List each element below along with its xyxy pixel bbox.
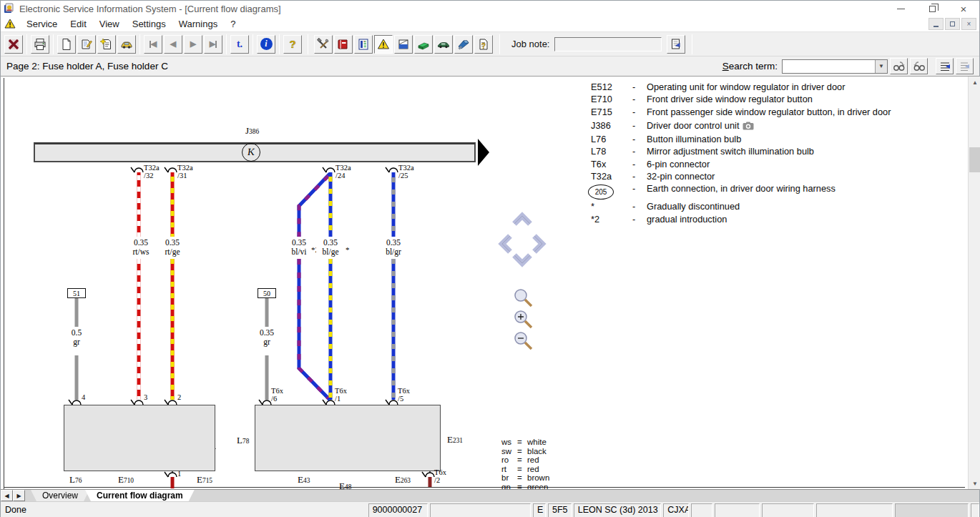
mdi-minimize-button[interactable] [928, 18, 944, 30]
new-document-button[interactable] [57, 35, 76, 54]
tab-bar: ◀ ▶ Overview Current flow diagram [1, 489, 979, 501]
tab-current-flow-diagram[interactable]: Current flow diagram [85, 490, 195, 501]
scroll-up-icon: ▲ [972, 79, 978, 86]
query-document-button[interactable]: ? [474, 35, 493, 54]
next-page-button[interactable]: ▶ [184, 35, 202, 54]
binoculars-up-icon [913, 61, 926, 72]
search-previous-button[interactable] [910, 58, 928, 74]
mdi-restore-icon [950, 21, 955, 26]
edit-document-button[interactable] [77, 35, 96, 54]
legend-row: L76-Button illumination bulb [591, 134, 909, 146]
scroll-up-button[interactable]: ▲ [969, 77, 980, 88]
menu-help[interactable]: ? [224, 17, 242, 31]
toolbar-separator [279, 34, 280, 54]
info-icon: i [260, 38, 273, 50]
goto-hitlist-button[interactable] [936, 58, 954, 74]
tab-scroll-left-button[interactable]: ◀ [1, 490, 13, 501]
component-label-l78: L78 [237, 435, 249, 446]
component-box-door-switches [64, 405, 215, 471]
menu-settings[interactable]: Settings [126, 17, 172, 31]
wire-label: 0.35rt/ge [158, 238, 187, 256]
close-button[interactable]: × [948, 1, 979, 16]
legend-row: *2-gradual introduction [591, 214, 909, 226]
restore-icon [929, 6, 936, 12]
combo-dropdown-button[interactable]: ▼ [875, 60, 887, 73]
job-note-input[interactable] [554, 37, 662, 51]
earth-connection-symbol: 205 [588, 184, 614, 200]
pin-label: T32a/24 [335, 164, 351, 179]
menu-view[interactable]: View [93, 17, 126, 31]
info-button[interactable]: i [257, 35, 275, 54]
diagram-canvas[interactable]: J386 K [1, 77, 965, 489]
component-legend: E512-Operating unit for window regulator… [591, 82, 909, 226]
legend-row: T32a-32-pin connector [591, 171, 909, 183]
close-icon: × [961, 3, 967, 15]
mdi-restore-button[interactable] [945, 18, 960, 30]
print-button[interactable] [31, 35, 49, 54]
manual-button[interactable] [334, 35, 353, 54]
legend-row: E512-Operating unit for window regulator… [591, 82, 909, 94]
exit-button[interactable] [4, 35, 23, 54]
mdi-close-button[interactable]: × [961, 18, 976, 30]
legend-row: T6x-6-pin connector [591, 159, 909, 171]
camera-icon[interactable] [743, 122, 754, 132]
scrollbar-thumb[interactable] [969, 147, 980, 172]
green-book-icon [417, 38, 430, 51]
diagram-viewport: J386 K [1, 77, 980, 489]
scroll-down-icon: ▼ [972, 481, 978, 487]
vehicle-data-button[interactable] [434, 35, 453, 54]
component-label-e43: E43 [298, 474, 310, 486]
new-note-icon [100, 38, 113, 51]
warning-triangle-icon [377, 38, 390, 51]
tab-scroll-right-button[interactable]: ▶ [13, 490, 25, 501]
toolbar: ◀ ◀ ▶ ▶ t. i ? [1, 32, 979, 56]
vertical-scrollbar[interactable]: ▲ ▼ [968, 77, 980, 489]
toolbar-separator [53, 34, 54, 54]
document-list-button[interactable] [354, 35, 373, 54]
first-page-button[interactable]: ◀ [144, 35, 162, 54]
terms-button[interactable]: t. [230, 35, 249, 54]
minimize-button[interactable] [885, 1, 916, 16]
previous-page-button[interactable]: ◀ [164, 35, 182, 54]
pin-label: T6x/5 [398, 387, 410, 403]
document-warning-icon [4, 19, 16, 29]
tab-overview[interactable]: Overview [31, 490, 89, 501]
goto-next-hit-button[interactable] [956, 58, 974, 74]
search-term-input[interactable] [783, 60, 875, 73]
pin-label: T6x/2 [434, 468, 446, 484]
help-button[interactable]: ? [283, 35, 302, 54]
menu-warnings[interactable]: Warnings [172, 17, 224, 31]
restore-button[interactable] [916, 1, 948, 16]
status-engine-code: E [533, 503, 546, 517]
status-field [971, 503, 979, 517]
last-page-icon: ▶ [210, 39, 217, 49]
edit-document-icon [80, 38, 93, 51]
pin-number: 1 [177, 470, 181, 478]
component-locations-button[interactable] [394, 35, 413, 54]
maintenance-button[interactable] [414, 35, 433, 54]
search-next-button[interactable] [890, 58, 908, 74]
new-note-button[interactable] [97, 35, 116, 54]
menu-edit[interactable]: Edit [64, 17, 92, 31]
chevron-down-icon: ▼ [878, 63, 884, 69]
wire-label: 0.35bl/gr [379, 238, 408, 256]
last-page-button[interactable]: ▶ [204, 35, 222, 54]
scroll-down-button[interactable]: ▼ [969, 478, 980, 489]
menu-service[interactable]: Service [20, 17, 64, 31]
status-field [691, 503, 712, 517]
component-label-e231: E231 [447, 434, 463, 445]
status-document-number: 9000000027 [368, 503, 428, 517]
wire-note: * [346, 245, 350, 254]
job-note-edit-button[interactable] [667, 35, 685, 54]
list-arrow-out-icon [959, 61, 971, 72]
vehicle-button[interactable] [117, 35, 136, 54]
current-flow-diagrams-button[interactable] [374, 35, 393, 54]
search-term-combobox[interactable]: ▼ [782, 59, 888, 74]
mdi-close-icon: × [967, 20, 971, 28]
window-title: Electronic Service Information System - … [19, 4, 281, 14]
body-repair-button[interactable] [454, 35, 473, 54]
repair-tools-button[interactable] [314, 35, 333, 54]
wire-label: 0.35bl/vi [285, 238, 313, 256]
green-car-icon [437, 38, 450, 51]
flag-box-icon [397, 38, 410, 51]
